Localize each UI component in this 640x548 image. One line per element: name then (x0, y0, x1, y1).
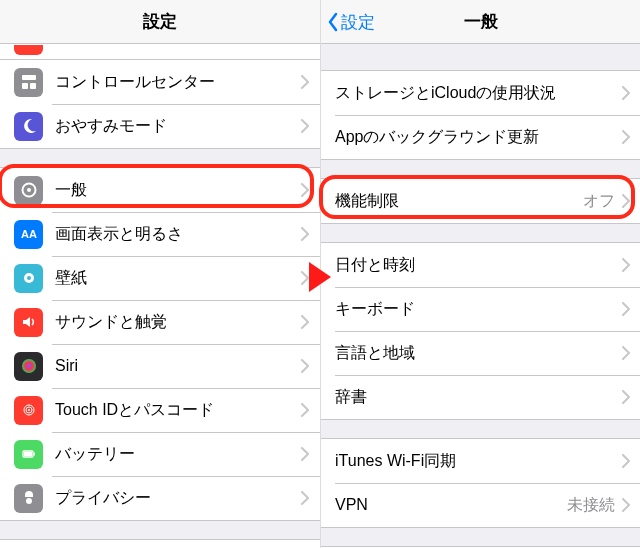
row-label: 壁紙 (55, 268, 300, 289)
row-detail: オフ (583, 191, 621, 212)
wallpaper-icon (14, 264, 43, 293)
settings-row-gear[interactable]: 一般 (0, 168, 320, 212)
row-label: おやすみモード (55, 116, 300, 137)
navbar-right: 設定 一般 (321, 0, 640, 44)
row-label: Siri (55, 357, 300, 375)
chevron-right-icon (300, 168, 320, 212)
settings-row-siri[interactable]: Siri (0, 344, 320, 388)
back-label: 設定 (341, 11, 375, 34)
chevron-right-icon (621, 243, 640, 287)
chevron-right-icon (621, 287, 640, 331)
general-row[interactable]: キーボード (321, 287, 640, 331)
gear-icon (14, 176, 43, 205)
chevron-right-icon (621, 331, 640, 375)
row-label: VPN (335, 496, 567, 514)
general-row[interactable]: Appのバックグラウンド更新 (321, 115, 640, 159)
navbar-left: 設定 (0, 0, 320, 44)
settings-row-control-center[interactable]: コントロールセンター (0, 60, 320, 104)
settings-row-battery[interactable]: バッテリー (0, 432, 320, 476)
row-label: プライバシー (55, 488, 300, 509)
chevron-right-icon (300, 212, 320, 256)
settings-row-touchid[interactable]: Touch IDとパスコード (0, 388, 320, 432)
general-row[interactable]: 日付と時刻 (321, 243, 640, 287)
settings-row-aa[interactable]: AA画面表示と明るさ (0, 212, 320, 256)
settings-row-privacy[interactable]: プライバシー (0, 476, 320, 520)
touchid-icon (14, 396, 43, 425)
back-button[interactable]: 設定 (327, 0, 375, 44)
row-label: 辞書 (335, 387, 621, 408)
siri-icon (14, 352, 43, 381)
row-label: キーボード (335, 299, 621, 320)
sound-icon (14, 308, 43, 337)
row-label: 日付と時刻 (335, 255, 621, 276)
aa-icon: AA (14, 220, 43, 249)
general-row[interactable]: iTunes Wi-Fi同期 (321, 439, 640, 483)
chevron-right-icon (621, 71, 640, 115)
row-label: Appのバックグラウンド更新 (335, 127, 621, 148)
chevron-right-icon (621, 375, 640, 419)
chevron-right-icon (300, 476, 320, 520)
row-label: Touch IDとパスコード (55, 400, 300, 421)
row-label: 一般 (55, 180, 300, 201)
svg-point-8 (22, 359, 36, 373)
settings-screen: 設定 コントロールセンターおやすみモード一般AA画面表示と明るさ壁紙サウンドと触… (0, 0, 320, 548)
svg-rect-2 (30, 83, 36, 89)
svg-rect-14 (24, 452, 32, 456)
svg-rect-13 (33, 453, 35, 456)
svg-rect-1 (22, 83, 28, 89)
chevron-left-icon (327, 12, 339, 32)
general-screen: 設定 一般 ストレージとiCloudの使用状況Appのバックグラウンド更新機能制… (321, 0, 640, 548)
chevron-right-icon (300, 60, 320, 104)
row-label: 機能制限 (335, 191, 583, 212)
chevron-right-icon (300, 388, 320, 432)
chevron-right-icon (621, 179, 640, 223)
row-label: iTunes Wi-Fi同期 (335, 451, 621, 472)
row-label: 言語と地域 (335, 343, 621, 364)
nav-title-left: 設定 (143, 10, 177, 33)
svg-point-15 (26, 498, 32, 504)
svg-point-7 (27, 276, 31, 280)
settings-row-appstore[interactable]: iTunes StoreとApp Store (0, 540, 320, 548)
svg-point-11 (28, 409, 30, 411)
chevron-right-icon (621, 439, 640, 483)
settings-row-wallpaper[interactable]: 壁紙 (0, 256, 320, 300)
step-arrow-icon (305, 260, 335, 294)
row-detail: 未接続 (567, 495, 621, 516)
general-row[interactable]: ストレージとiCloudの使用状況 (321, 71, 640, 115)
general-row[interactable]: 辞書 (321, 375, 640, 419)
nav-title-right: 一般 (464, 10, 498, 33)
chevron-right-icon (621, 115, 640, 159)
moon-icon (14, 112, 43, 141)
general-row[interactable]: 機能制限オフ (321, 179, 640, 223)
settings-row-moon[interactable]: おやすみモード (0, 104, 320, 148)
chevron-right-icon (300, 344, 320, 388)
svg-point-4 (27, 188, 31, 192)
general-row[interactable]: 言語と地域 (321, 331, 640, 375)
svg-rect-0 (22, 75, 36, 80)
privacy-icon (14, 484, 43, 513)
chevron-right-icon (300, 104, 320, 148)
chevron-right-icon (300, 540, 320, 548)
chevron-right-icon (300, 300, 320, 344)
row-label: サウンドと触覚 (55, 312, 300, 333)
row-label: バッテリー (55, 444, 300, 465)
chevron-right-icon (621, 483, 640, 527)
control-center-icon (14, 68, 43, 97)
battery-icon (14, 440, 43, 469)
row-label: コントロールセンター (55, 72, 300, 93)
chevron-right-icon (300, 432, 320, 476)
row-label: 画面表示と明るさ (55, 224, 300, 245)
row-label: ストレージとiCloudの使用状況 (335, 83, 621, 104)
settings-row-sound[interactable]: サウンドと触覚 (0, 300, 320, 344)
svg-text:AA: AA (21, 228, 37, 240)
general-row[interactable]: VPN未接続 (321, 483, 640, 527)
partial-row-top (0, 44, 320, 60)
